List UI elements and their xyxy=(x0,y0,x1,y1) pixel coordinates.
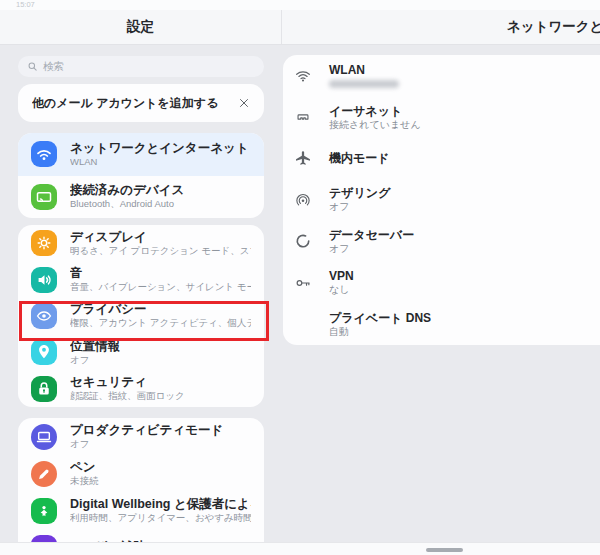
settings-item-title: ディスプレイ xyxy=(70,230,251,245)
settings-item-network[interactable]: ネットワークとインターネットWLAN xyxy=(18,133,264,176)
privacy-icon xyxy=(31,303,57,329)
status-time: 15:07 xyxy=(16,0,35,9)
wifi-icon xyxy=(31,141,57,167)
network-item-vpn[interactable]: VPNなし xyxy=(283,262,600,303)
search-placeholder: 検索 xyxy=(43,60,64,74)
settings-item-display[interactable]: ディスプレイ明るさ、アイ プロテクション モード、スマート ローテーション xyxy=(18,225,264,261)
settings-group-tools: プロダクティビティモードオフペン未接続Digital Wellbeing と保護… xyxy=(18,418,264,542)
settings-group-device: ディスプレイ明るさ、アイ プロテクション モード、スマート ローテーション音音量… xyxy=(18,225,264,407)
settings-item-subtitle: 権限、アカウント アクティビティ、個人データ xyxy=(70,317,251,329)
network-item-datasaver[interactable]: データセーバーオフ xyxy=(283,221,600,262)
network-item-subtitle: オフ xyxy=(329,242,414,255)
pen-icon xyxy=(31,461,57,487)
settings-item-location[interactable]: 位置情報オフ xyxy=(18,334,264,370)
settings-item-pen[interactable]: ペン未接続 xyxy=(18,455,264,492)
network-item-title: テザリング xyxy=(329,186,390,200)
devices-icon xyxy=(31,184,57,210)
settings-item-title: プロダクティビティモード xyxy=(70,423,223,438)
settings-item-productivity[interactable]: プロダクティビティモードオフ xyxy=(18,418,264,455)
settings-item-subtitle: オフ xyxy=(70,354,120,366)
network-item-subtitle: オフ xyxy=(329,200,390,213)
productivity-icon xyxy=(31,424,57,450)
header-left: 設定 xyxy=(0,10,281,44)
settings-item-subtitle: 利用時間、アプリタイマー、おやすみ時間のスケジュール xyxy=(70,512,251,524)
vpn-key-icon xyxy=(293,273,313,293)
settings-item-title: 位置情報 xyxy=(70,339,120,354)
icon-spacer xyxy=(293,314,313,334)
network-item-title: イーサネット xyxy=(329,104,421,118)
redacted-network-name xyxy=(329,80,399,88)
settings-item-title: プライバシー xyxy=(70,302,251,317)
settings-item-devices[interactable]: 接続済みのデバイスBluetooth、Android Auto xyxy=(18,176,264,219)
network-item-subtitle: 自動 xyxy=(329,325,431,338)
settings-item-subtitle: オフ xyxy=(70,438,223,450)
settings-item-title: ペン xyxy=(70,460,99,475)
hotspot-icon xyxy=(293,190,313,210)
network-item-private-dns[interactable]: プライベート DNS自動 xyxy=(283,303,600,344)
pane-divider xyxy=(281,10,282,44)
ethernet-icon xyxy=(293,107,313,127)
settings-item-wellbeing[interactable]: Digital Wellbeing と保護者による使用制限利用時間、アプリタイマ… xyxy=(18,492,264,529)
network-item-subtitle: 接続されていません xyxy=(329,118,421,131)
app-header: 設定 ネットワークとインターネット xyxy=(0,10,600,45)
display-icon xyxy=(31,230,57,256)
search-input[interactable]: 検索 xyxy=(18,56,264,77)
wellbeing-icon xyxy=(31,498,57,524)
network-item-title: プライベート DNS xyxy=(329,311,431,325)
gesture-handle[interactable] xyxy=(426,548,463,552)
settings-item-title: セキュリティ xyxy=(70,375,185,390)
sound-icon xyxy=(31,267,57,293)
network-item-title: VPN xyxy=(329,269,354,283)
close-icon[interactable] xyxy=(238,97,250,109)
network-item-title: 機内モード xyxy=(329,151,390,165)
settings-item-subtitle: 音量、バイブレーション、サイレント モード xyxy=(70,281,251,293)
network-settings-card: WLANイーサネット接続されていません機内モードテザリングオフデータセーバーオフ… xyxy=(283,55,600,345)
settings-item-title: Digital Wellbeing と保護者による使用制限 xyxy=(70,497,251,512)
network-item-title: WLAN xyxy=(329,63,399,77)
location-icon xyxy=(31,339,57,365)
settings-item-sound[interactable]: 音音量、バイブレーション、サイレント モード xyxy=(18,261,264,297)
network-item-ethernet[interactable]: イーサネット接続されていません xyxy=(283,96,600,137)
network-item-airplane[interactable]: 機内モード xyxy=(283,138,600,179)
settings-item-accessibility[interactable]: ユーザー補助 xyxy=(18,529,264,542)
settings-item-privacy[interactable]: プライバシー権限、アカウント アクティビティ、個人データ xyxy=(18,298,264,334)
settings-item-security[interactable]: セキュリティ顔認証、指紋、画面ロック xyxy=(18,371,264,407)
network-detail-pane: WLANイーサネット接続されていません機内モードテザリングオフデータセーバーオフ… xyxy=(283,45,600,542)
wifi-gray-icon xyxy=(293,66,313,86)
data-saver-icon xyxy=(293,231,313,251)
settings-item-subtitle: WLAN xyxy=(70,156,249,168)
settings-list-pane: 検索 他のメール アカウントを追加する ネットワークとインターネットWLAN接続… xyxy=(0,45,281,542)
settings-group-connectivity: ネットワークとインターネットWLAN接続済みのデバイスBluetooth、And… xyxy=(18,133,264,218)
accessibility-icon xyxy=(31,535,57,543)
content-area: 検索 他のメール アカウントを追加する ネットワークとインターネットWLAN接続… xyxy=(0,45,600,542)
suggestion-text: 他のメール アカウントを追加する xyxy=(32,95,238,112)
add-mail-account-suggestion[interactable]: 他のメール アカウントを追加する xyxy=(18,84,264,122)
network-item-title: データセーバー xyxy=(329,228,414,242)
search-icon xyxy=(27,58,38,76)
airplane-icon xyxy=(293,148,313,168)
settings-item-title: ネットワークとインターネット xyxy=(70,141,249,156)
detail-page-title: ネットワークとインターネット xyxy=(507,10,600,44)
gesture-nav-bar xyxy=(0,542,600,555)
network-item-tethering[interactable]: テザリングオフ xyxy=(283,179,600,220)
network-item-wlan[interactable]: WLAN xyxy=(283,55,600,96)
settings-item-title: 音 xyxy=(70,266,251,281)
settings-item-subtitle: Bluetooth、Android Auto xyxy=(70,198,184,210)
settings-item-subtitle: 明るさ、アイ プロテクション モード、スマート ローテーション xyxy=(70,245,251,257)
status-bar: 15:07 xyxy=(0,0,600,10)
network-item-subtitle: なし xyxy=(329,283,354,296)
security-icon xyxy=(31,376,57,402)
settings-item-title: 接続済みのデバイス xyxy=(70,183,184,198)
settings-item-subtitle: 顔認証、指紋、画面ロック xyxy=(70,390,185,402)
settings-item-subtitle: 未接続 xyxy=(70,475,99,487)
page-title: 設定 xyxy=(127,18,154,36)
